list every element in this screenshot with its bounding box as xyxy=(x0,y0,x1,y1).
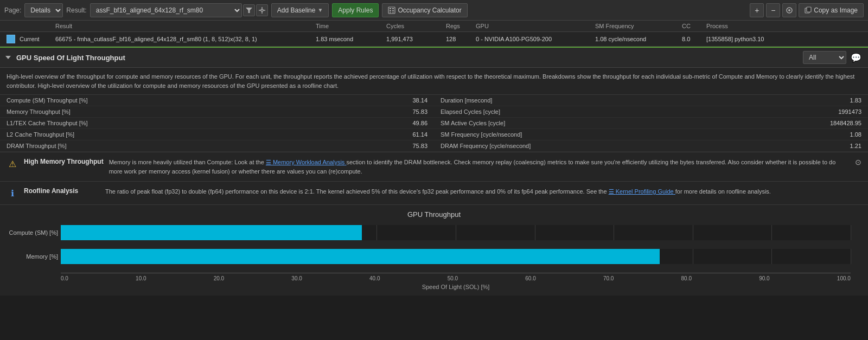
svg-point-14 xyxy=(788,9,790,11)
copy-image-button[interactable]: Copy as Image xyxy=(799,3,864,17)
page-select[interactable]: Details xyxy=(24,3,63,17)
metric-row-left: L2 Cache Throughput [%]61.14 xyxy=(0,129,434,140)
zoom-out-button[interactable]: − xyxy=(766,3,780,17)
col-header-empty xyxy=(7,23,55,29)
bar-fill xyxy=(61,249,660,264)
metric-row-left: Compute (SM) Throughput [%]38.14 xyxy=(0,95,434,106)
result-label: Result: xyxy=(66,7,86,14)
x-axis-tick: 50.0 xyxy=(448,275,458,281)
svg-point-1 xyxy=(261,9,263,11)
chart-bar-row: Compute (SM) [%] xyxy=(61,225,851,240)
col-header-smfreq: SM Frequency xyxy=(595,23,682,29)
metrics-grid: Compute (SM) Throughput [%]38.14Duration… xyxy=(0,95,868,152)
x-axis-label: Speed Of Light (SOL) [%] xyxy=(61,284,851,290)
svg-rect-16 xyxy=(807,7,811,12)
metric-row-right: SM Active Cycles [cycle]1848428.95 xyxy=(434,118,868,129)
col-header-gpu: GPU xyxy=(476,23,595,29)
col-header-process: Process xyxy=(706,23,861,29)
section-comment-icon[interactable]: 💬 xyxy=(850,52,863,64)
section-collapse-icon[interactable] xyxy=(5,56,11,59)
occupancy-calculator-button[interactable]: Occupancy Calculator xyxy=(382,3,467,17)
bar-track xyxy=(61,225,851,240)
bar-track xyxy=(61,249,851,264)
chart-bars: Compute (SM) [%]Memory [%] xyxy=(61,225,851,264)
metric-row-left: DRAM Throughput [%]75.83 xyxy=(0,140,434,152)
calculator-icon xyxy=(388,7,395,14)
section-header: GPU Speed Of Light Throughput All 💬 xyxy=(0,47,868,68)
grid-line xyxy=(851,249,851,264)
current-cycles: 1,991,473 xyxy=(386,36,446,42)
page-label: Page: xyxy=(4,7,21,14)
filter-icon[interactable] xyxy=(243,4,255,16)
section-description: High-level overview of the throughput fo… xyxy=(0,68,868,95)
x-axis: 0.010.020.030.040.050.060.070.080.090.01… xyxy=(61,273,851,281)
col-header-cycles: Cycles xyxy=(386,23,446,29)
apply-rules-button[interactable]: Apply Rules xyxy=(332,3,379,17)
svg-marker-0 xyxy=(246,8,252,13)
reset-icon xyxy=(786,7,793,14)
high-memory-text: Memory is more heavily utilized than Com… xyxy=(109,158,850,176)
grid-line xyxy=(614,225,614,240)
current-regs: 128 xyxy=(446,36,476,42)
x-axis-tick: 70.0 xyxy=(603,275,614,281)
x-axis-tick: 10.0 xyxy=(136,275,146,281)
high-memory-title: High Memory Throughput xyxy=(24,158,104,165)
alert-dismiss-icon[interactable]: ⊙ xyxy=(855,158,861,166)
current-label: Current xyxy=(20,36,40,42)
x-axis-tick: 60.0 xyxy=(525,275,535,281)
svg-rect-7 xyxy=(390,8,391,9)
x-axis-tick: 0.0 xyxy=(61,275,68,281)
col-header-time: Time xyxy=(316,23,386,29)
result-selector: assF_bf16_aligned_64x128_rf_sm80 xyxy=(90,3,268,17)
chart-bar-row: Memory [%] xyxy=(61,249,851,264)
metric-row-right: Elapsed Cycles [cycle]1991473 xyxy=(434,106,868,118)
current-time: 1.83 msecond xyxy=(316,36,386,42)
bar-fill xyxy=(61,225,362,240)
x-axis-tick: 20.0 xyxy=(214,275,224,281)
copy-icon xyxy=(805,7,812,14)
roofline-text: The ratio of peak float (fp32) to double… xyxy=(105,187,861,196)
current-color-swatch xyxy=(7,35,15,43)
reset-zoom-button[interactable] xyxy=(782,3,796,17)
grid-line xyxy=(456,225,456,240)
metric-row-right: SM Frequency [cycle/nsecond]1.08 xyxy=(434,129,868,140)
svg-rect-8 xyxy=(392,8,394,9)
current-gpu: 0 - NVIDIA A100-PG509-200 xyxy=(476,36,595,42)
memory-workload-link[interactable]: ☰ Memory Workload Analysis xyxy=(266,159,347,165)
metric-row-left: L1/TEX Cache Throughput [%]49.86 xyxy=(0,118,434,129)
chart-container: Compute (SM) [%]Memory [%] 0.010.020.030… xyxy=(61,225,851,290)
col-header-regs: Regs xyxy=(446,23,476,29)
col-header-cc: CC xyxy=(682,23,706,29)
svg-rect-6 xyxy=(388,7,395,14)
current-smfreq: 1.08 cycle/nsecond xyxy=(595,36,682,42)
high-memory-alert: ⚠ High Memory Throughput Memory is more … xyxy=(0,152,868,182)
bar-label: Compute (SM) [%] xyxy=(4,229,58,236)
toolbar-right: + − Copy as Image xyxy=(750,3,864,17)
roofline-title: Roofline Analysis xyxy=(24,187,100,195)
x-axis-tick: 40.0 xyxy=(369,275,380,281)
x-axis-tick: 90.0 xyxy=(759,275,769,281)
chart-title: GPU Throughput xyxy=(7,210,861,219)
current-process: [1355858] python3.10 xyxy=(706,36,861,42)
grid-line xyxy=(771,225,772,240)
metric-row-right: Duration [msecond]1.83 xyxy=(434,95,868,106)
filter-settings-icon[interactable] xyxy=(256,4,268,16)
grid-line xyxy=(851,225,851,240)
add-baseline-button[interactable]: Add Baseline ▼ xyxy=(271,3,329,17)
current-row-label-cell: Current xyxy=(7,35,55,43)
current-result: 66675 - fmha_cutlassF_bf16_aligned_64x12… xyxy=(55,36,316,42)
kernel-guide-link[interactable]: ☰ Kernel Profiling Guide xyxy=(609,188,675,195)
grid-line xyxy=(693,249,693,264)
zoom-in-button[interactable]: + xyxy=(750,3,764,17)
svg-rect-11 xyxy=(390,12,391,13)
toolbar: Page: Details Result: assF_bf16_aligned_… xyxy=(0,0,868,21)
x-axis-tick: 80.0 xyxy=(681,275,692,281)
result-table-header: Result Time Cycles Regs GPU SM Frequency… xyxy=(0,21,868,32)
roofline-alert: ℹ Roofline Analysis The ratio of peak fl… xyxy=(0,182,868,205)
metric-row-right: DRAM Frequency [cycle/nsecond]1.21 xyxy=(434,140,868,152)
x-axis-tick: 100.0 xyxy=(837,275,851,281)
chart-section: GPU Throughput Compute (SM) [%]Memory [%… xyxy=(0,205,868,296)
result-select[interactable]: assF_bf16_aligned_64x128_rf_sm80 xyxy=(90,3,242,17)
add-baseline-arrow: ▼ xyxy=(317,7,323,13)
section-filter-dropdown[interactable]: All xyxy=(803,51,846,64)
